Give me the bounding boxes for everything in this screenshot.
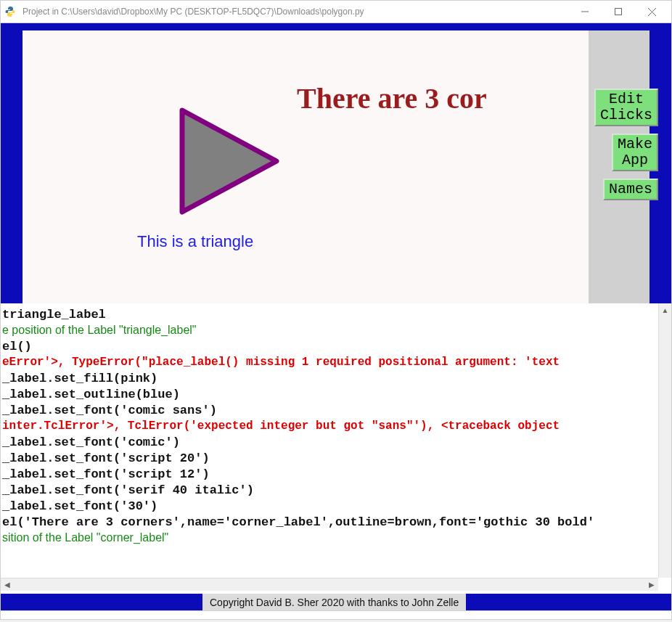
graphics-area: There are 3 cor This is a triangle Edit … [1, 23, 671, 303]
console-line: _label.set_font('script 12') [1, 466, 671, 482]
console-output[interactable]: triangle_labele position of the Label "t… [1, 303, 671, 549]
close-button[interactable] [635, 1, 668, 22]
edit-clicks-button[interactable]: Edit Clicks [594, 89, 658, 126]
triangle-shape [168, 103, 291, 226]
footer-copyright: Copyright David B. Sher 2020 with thanks… [202, 594, 466, 610]
svg-rect-1 [615, 9, 622, 15]
minimize-button[interactable] [568, 1, 602, 22]
console-area: triangle_labele position of the Label "t… [1, 303, 671, 594]
console-line: _label.set_font('serif 40 italic') [1, 482, 671, 498]
vertical-scrollbar[interactable]: ▲ [658, 303, 671, 578]
canvas[interactable]: There are 3 cor This is a triangle [22, 30, 650, 303]
console-line: _label.set_outline(blue) [1, 386, 671, 402]
console-line: el() [1, 338, 671, 354]
triangle-label: This is a triangle [137, 232, 253, 251]
console-line: _label.set_font('30') [1, 498, 671, 514]
console-line: e position of the Label "triangle_label" [1, 322, 671, 338]
side-button-panel: Edit Clicks Make App Names [594, 89, 658, 200]
canvas-wrap: There are 3 cor This is a triangle [1, 23, 671, 303]
scroll-right-icon[interactable]: ▶ [645, 578, 658, 591]
console-line: inter.TclError'>, TclError('expected int… [1, 418, 671, 434]
footer-pad-right [466, 594, 671, 610]
console-line: triangle_label [1, 306, 671, 322]
console-line: _label.set_font('script 20') [1, 450, 671, 466]
window-controls [568, 1, 668, 22]
make-app-button[interactable]: Make App [612, 134, 658, 171]
console-line: eError'>, TypeError("place_label() missi… [1, 354, 671, 370]
names-button[interactable]: Names [603, 179, 658, 200]
console-line: _label.set_fill(pink) [1, 370, 671, 386]
console-line: el('There are 3 corners',name='corner_la… [1, 514, 671, 530]
console-line: _label.set_font('comic sans') [1, 402, 671, 418]
window-title: Project in C:\Users\david\Dropbox\My PC … [22, 7, 568, 17]
window-content: There are 3 cor This is a triangle Edit … [0, 23, 672, 594]
scroll-up-icon[interactable]: ▲ [659, 303, 671, 316]
maximize-button[interactable] [602, 1, 635, 22]
corner-label: There are 3 cor [297, 81, 487, 115]
console-line: sition of the Label "corner_label" [1, 530, 671, 546]
footer-bar: Copyright David B. Sher 2020 with thanks… [0, 594, 672, 611]
scroll-left-icon[interactable]: ◀ [1, 578, 14, 591]
window-titlebar: Project in C:\Users\david\Dropbox\My PC … [0, 0, 672, 23]
svg-marker-4 [182, 110, 276, 212]
horizontal-scrollbar[interactable]: ◀ ▶ [1, 578, 658, 591]
console-line: _label.set_font('comic') [1, 434, 671, 450]
footer-pad-left [1, 594, 202, 610]
app-icon [4, 5, 17, 18]
bottom-strip [0, 611, 672, 620]
